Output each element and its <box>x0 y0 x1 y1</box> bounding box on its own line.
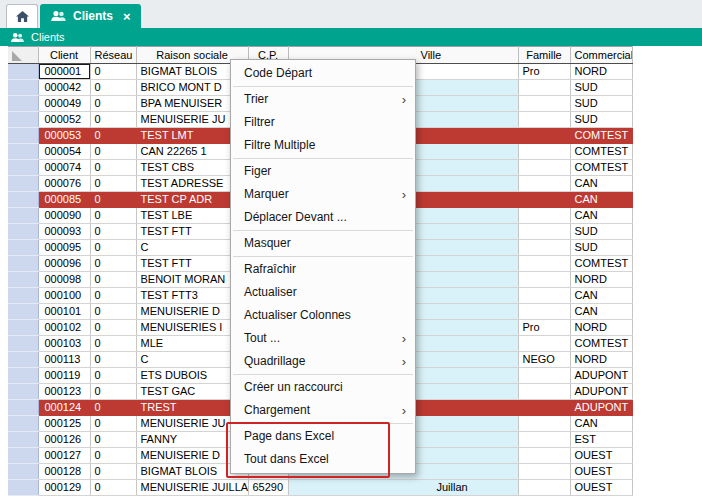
cell-reseau[interactable]: 0 <box>90 112 136 128</box>
cell-famille[interactable] <box>518 160 570 176</box>
menu-item[interactable]: Quadrillage › <box>231 350 415 373</box>
row-selector[interactable] <box>8 240 38 256</box>
cell-client[interactable]: 000053 <box>38 128 90 144</box>
cell-client[interactable]: 000100 <box>38 288 90 304</box>
cell-commercial[interactable]: ADUPONT <box>570 400 632 416</box>
cell-client[interactable]: 000126 <box>38 432 90 448</box>
cell-famille[interactable] <box>518 336 570 352</box>
cell-famille[interactable]: NEGO <box>518 352 570 368</box>
cell-client[interactable]: 000054 <box>38 144 90 160</box>
cell-client[interactable]: 000076 <box>38 176 90 192</box>
row-selector[interactable] <box>8 256 38 272</box>
cell-client[interactable]: 000129 <box>38 480 90 496</box>
cell-commercial[interactable]: NORD <box>570 272 632 288</box>
cell-famille[interactable] <box>518 144 570 160</box>
cell-commercial[interactable]: COMTEST <box>570 144 632 160</box>
cell-famille[interactable] <box>518 432 570 448</box>
cell-reseau[interactable]: 0 <box>90 64 136 80</box>
menu-item[interactable]: Code Départ <box>231 62 415 85</box>
cell-reseau[interactable]: 0 <box>90 480 136 496</box>
menu-item[interactable]: Déplacer Devant ... <box>231 206 415 229</box>
cell-famille[interactable] <box>518 384 570 400</box>
cell-famille[interactable]: Pro <box>518 320 570 336</box>
cell-reseau[interactable]: 0 <box>90 176 136 192</box>
cell-reseau[interactable]: 0 <box>90 464 136 480</box>
row-selector[interactable] <box>8 112 38 128</box>
menu-item[interactable]: Chargement › <box>231 399 415 422</box>
menu-item[interactable]: Marquer › <box>231 183 415 206</box>
cell-client[interactable]: 000127 <box>38 448 90 464</box>
cell-cp[interactable]: 65290 <box>248 480 288 496</box>
cell-famille[interactable] <box>518 448 570 464</box>
menu-item[interactable]: Rafraîchir <box>231 258 415 281</box>
cell-reseau[interactable]: 0 <box>90 320 136 336</box>
menu-item[interactable]: Page dans Excel <box>231 425 415 448</box>
cell-client[interactable]: 000102 <box>38 320 90 336</box>
cell-famille[interactable] <box>518 208 570 224</box>
cell-famille[interactable] <box>518 224 570 240</box>
column-header-client[interactable]: Client <box>38 47 90 64</box>
cell-reseau[interactable]: 0 <box>90 160 136 176</box>
row-selector[interactable] <box>8 304 38 320</box>
menu-item[interactable]: Filtre Multiple <box>231 134 415 157</box>
menu-item[interactable]: Actualiser Colonnes <box>231 304 415 327</box>
cell-famille[interactable] <box>518 304 570 320</box>
cell-reseau[interactable]: 0 <box>90 400 136 416</box>
cell-client[interactable]: 000103 <box>38 336 90 352</box>
menu-item[interactable]: Actualiser <box>231 281 415 304</box>
row-selector[interactable] <box>8 208 38 224</box>
tab-clients[interactable]: Clients × <box>40 4 141 28</box>
row-selector[interactable] <box>8 192 38 208</box>
cell-famille[interactable] <box>518 416 570 432</box>
row-selector[interactable] <box>8 416 38 432</box>
row-selector[interactable] <box>8 320 38 336</box>
row-selector[interactable] <box>8 464 38 480</box>
cell-commercial[interactable]: OUEST <box>570 464 632 480</box>
row-selector[interactable] <box>8 384 38 400</box>
cell-client[interactable]: 000095 <box>38 240 90 256</box>
row-selector[interactable] <box>8 400 38 416</box>
cell-reseau[interactable]: 0 <box>90 192 136 208</box>
menu-item[interactable]: Tout dans Excel <box>231 448 415 471</box>
row-selector[interactable] <box>8 336 38 352</box>
cell-famille[interactable] <box>518 176 570 192</box>
cell-client[interactable]: 000085 <box>38 192 90 208</box>
cell-commercial[interactable]: SUD <box>570 96 632 112</box>
menu-item[interactable]: Tout ... › <box>231 327 415 350</box>
row-selector[interactable] <box>8 288 38 304</box>
cell-commercial[interactable]: CAN <box>570 416 632 432</box>
cell-commercial[interactable]: COMTEST <box>570 336 632 352</box>
row-selector[interactable] <box>8 432 38 448</box>
cell-reseau[interactable]: 0 <box>90 144 136 160</box>
menu-item[interactable]: Créer un raccourci <box>231 376 415 399</box>
cell-famille[interactable] <box>518 400 570 416</box>
cell-commercial[interactable]: SUD <box>570 224 632 240</box>
grid-corner-cell[interactable] <box>8 47 38 64</box>
cell-commercial[interactable]: CAN <box>570 208 632 224</box>
cell-client[interactable]: 000113 <box>38 352 90 368</box>
cell-client[interactable]: 000090 <box>38 208 90 224</box>
cell-raison-sociale[interactable]: MENUISERIE JUILLANAIS <box>136 480 248 496</box>
menu-item[interactable]: Figer <box>231 160 415 183</box>
cell-famille[interactable] <box>518 128 570 144</box>
row-selector[interactable] <box>8 352 38 368</box>
cell-reseau[interactable]: 0 <box>90 336 136 352</box>
cell-ville[interactable]: Juillan <box>288 480 518 496</box>
cell-reseau[interactable]: 0 <box>90 432 136 448</box>
cell-commercial[interactable]: ADUPONT <box>570 368 632 384</box>
cell-reseau[interactable]: 0 <box>90 304 136 320</box>
cell-commercial[interactable]: CAN <box>570 288 632 304</box>
cell-famille[interactable] <box>518 480 570 496</box>
row-selector[interactable] <box>8 144 38 160</box>
cell-client[interactable]: 000128 <box>38 464 90 480</box>
cell-commercial[interactable]: SUD <box>570 240 632 256</box>
cell-client[interactable]: 000096 <box>38 256 90 272</box>
menu-item[interactable]: Trier › <box>231 88 415 111</box>
table-row[interactable]: 000129 0 MENUISERIE JUILLANAIS 65290 Jui… <box>8 480 632 496</box>
cell-commercial[interactable]: OUEST <box>570 480 632 496</box>
cell-commercial[interactable]: ADUPONT <box>570 384 632 400</box>
cell-reseau[interactable]: 0 <box>90 384 136 400</box>
cell-famille[interactable] <box>518 240 570 256</box>
cell-commercial[interactable]: OUEST <box>570 448 632 464</box>
cell-commercial[interactable]: EST <box>570 432 632 448</box>
